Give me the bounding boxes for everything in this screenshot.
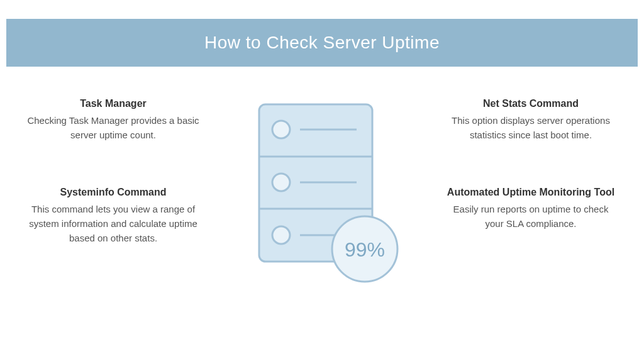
feature-desc: Checking Task Manager provides a basic s… xyxy=(25,113,201,143)
svg-point-3 xyxy=(272,121,290,138)
svg-point-5 xyxy=(272,174,290,191)
content-grid: Task Manager Checking Task Manager provi… xyxy=(0,67,644,287)
feature-desc: This option displays server operations s… xyxy=(443,113,619,143)
feature-title: Task Manager xyxy=(25,98,201,109)
feature-title: Automated Uptime Monitoring Tool xyxy=(443,187,619,198)
svg-point-7 xyxy=(272,226,290,244)
left-column: Task Manager Checking Task Manager provi… xyxy=(25,98,201,245)
center-illustration: 99% xyxy=(214,98,430,287)
page-title: How to Check Server Uptime xyxy=(204,33,440,52)
feature-desc: Easily run reports on uptime to check yo… xyxy=(443,202,619,231)
feature-desc: This command lets you view a range of sy… xyxy=(25,202,201,246)
right-column: Net Stats Command This option displays s… xyxy=(443,98,619,231)
feature-task-manager: Task Manager Checking Task Manager provi… xyxy=(25,98,201,143)
feature-systeminfo: Systeminfo Command This command lets you… xyxy=(25,187,201,246)
page-title-banner: How to Check Server Uptime xyxy=(6,19,638,67)
feature-title: Systeminfo Command xyxy=(25,187,201,198)
feature-netstats: Net Stats Command This option displays s… xyxy=(443,98,619,143)
server-uptime-icon: 99% xyxy=(240,98,404,287)
uptime-badge-text: 99% xyxy=(345,238,385,261)
feature-title: Net Stats Command xyxy=(443,98,619,109)
feature-monitoring-tool: Automated Uptime Monitoring Tool Easily … xyxy=(443,187,619,231)
